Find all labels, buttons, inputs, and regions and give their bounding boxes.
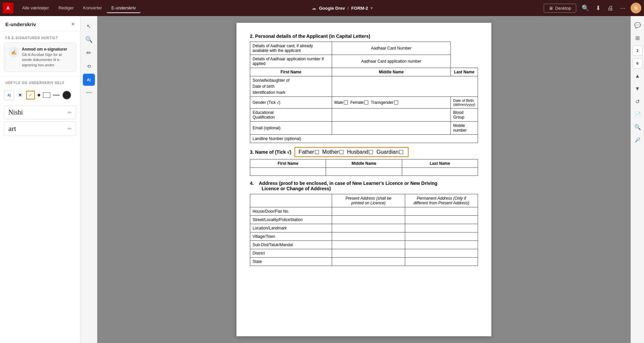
addr-row-location: Location/Landmark [250, 224, 478, 232]
text-tool-icon: A| [7, 93, 11, 97]
ln-value-cell [402, 168, 478, 176]
page-2-badge[interactable]: 2 [633, 46, 643, 56]
cta-title: Anmod om e-signaturer [22, 47, 72, 52]
aadhaar-card-label-cell: Details of Aadhaar card, if already avai… [250, 42, 332, 55]
addr-state-label: State [250, 258, 332, 266]
text-fill-tool-button[interactable]: A| [83, 74, 95, 86]
aadhaar-app-row: Details of Aadhaar application number if… [250, 55, 478, 68]
app-logo[interactable]: A [3, 3, 13, 13]
line-tool-button[interactable] [53, 95, 60, 95]
refresh-button[interactable]: ↺ [633, 96, 643, 107]
print-button[interactable]: 🖨 [606, 3, 615, 13]
present-addr-header: Present Address (shall beprinted on Lice… [332, 194, 405, 207]
landline-cell: Landline Number (optional) [250, 135, 478, 143]
blood-group-cell: Blood Group [451, 109, 478, 122]
menu-konverter[interactable]: Konverter [78, 3, 107, 13]
rect-tool-button[interactable] [43, 92, 50, 98]
section3-container: 3. Name of (Tick √) Father Mother Husban… [250, 147, 478, 176]
zoom-icon: 🔍 [85, 36, 93, 43]
select-tool-button[interactable]: ↖ [83, 20, 95, 32]
address-header-row: Present Address (shall beprinted on Lice… [250, 194, 478, 207]
addr-state-permanent [405, 258, 478, 266]
addr-subdist-present [332, 241, 405, 249]
pdf-area[interactable]: 2. Personal details of the Applicant (in… [97, 16, 631, 343]
first-name-header: First Name [250, 68, 332, 76]
grid-panel-button[interactable]: ⊞ [633, 33, 643, 43]
section4-container: 4. Address (proof to be enclosed, in cas… [250, 181, 478, 266]
addr-row-subdist: Sub-Dist/Taluk/Mandal [250, 241, 478, 249]
menu-rediger[interactable]: Rediger [54, 3, 78, 13]
zoom-out-button[interactable]: 🔎 [633, 135, 643, 145]
dropdown-arrow-icon[interactable]: ▾ [371, 6, 373, 10]
addr-empty-header [250, 194, 332, 207]
fn-value-cell [250, 168, 326, 176]
edu-qual-value-cell [332, 109, 450, 122]
addr-row-house: House/Door/Flat No. [250, 207, 478, 216]
name-table: First Name Middle Name Last Name [250, 159, 478, 176]
gender-options-cell: Male Female Transgender [332, 97, 450, 109]
monitor-icon: 🖥 [549, 6, 553, 11]
pdf-page: 2. Personal details of the Applicant (in… [236, 23, 491, 336]
section2-title: 2. Personal details of the Applicant (in… [250, 33, 478, 39]
more-button[interactable]: ··· [619, 3, 627, 13]
signature-nishi[interactable]: Nishi ✏ [4, 106, 76, 119]
aadhaar-card-number-cell: Aadhaar Card Number [332, 42, 450, 55]
name-values-row [250, 168, 478, 176]
chat-panel-button[interactable]: 💬 [633, 20, 643, 30]
x-tool-button[interactable]: ✕ [17, 92, 23, 98]
menu-alle-vaerktojer[interactable]: Alle værktøjer [17, 3, 54, 13]
cursor-icon: ↖ [87, 23, 91, 29]
annotate-tool-button[interactable]: ✏ [83, 47, 95, 59]
dob-cell: Date of Birth:(dd/mm/yyyy) [451, 97, 478, 109]
page-6-badge[interactable]: 6 [633, 58, 643, 68]
check-tool-button[interactable]: ✓ [26, 91, 35, 99]
signature-nishi-text: Nishi [8, 109, 23, 116]
signature-nishi-edit[interactable]: ✏ [68, 110, 72, 115]
mobile-cell: Mobile number [451, 122, 478, 135]
pencil-icon: ✏ [86, 49, 91, 57]
tools-row: A| ✕ ✓ [4, 90, 76, 100]
desktop-button[interactable]: 🖥 Desktop [544, 4, 576, 13]
download-button[interactable]: ⬇ [594, 3, 602, 13]
sidebar-close-button[interactable]: × [71, 21, 75, 28]
menu-e-underskriv[interactable]: E-underskriv [107, 3, 141, 13]
topbar-right: 🖥 Desktop 🔍 ⬇ 🖨 ··· N [544, 3, 641, 13]
father-option: Father [299, 149, 319, 155]
family-label-cell: Son/wife/daughter of Date of birth Ident… [250, 76, 332, 97]
gender-label-cell: Gender (Tick √) [250, 97, 332, 109]
dot-tool-button[interactable] [38, 94, 40, 96]
addr-subdist-label: Sub-Dist/Taluk/Mandal [250, 241, 332, 249]
right-panel: 💬 ⊞ 2 6 ▲ ▼ ↺ 📄 🔍 🔎 [631, 16, 644, 343]
addr-location-present [332, 224, 405, 232]
guardian-option: Guardian [376, 149, 403, 155]
addr-district-present [332, 249, 405, 258]
addr-village-present [332, 232, 405, 241]
email-mobile-row: Email (optional) Mobile number [250, 122, 478, 135]
signature-art-text: art [8, 124, 16, 133]
search-button[interactable]: 🔍 [580, 3, 590, 13]
gender-dob-row: Gender (Tick √) Male Female Transgender [250, 97, 478, 109]
scroll-down-button[interactable]: ▼ [633, 84, 643, 94]
email-cell: Email (optional) [250, 122, 332, 135]
zoom-tool-button[interactable]: 🔍 [83, 33, 95, 46]
esig-icon: ✍ [8, 47, 19, 58]
addr-street-present [332, 216, 405, 224]
aadhaar-app-label-cell: Details of Aadhaar application number if… [250, 55, 332, 68]
zoom-in-button[interactable]: 🔍 [633, 122, 643, 132]
signature-art-edit[interactable]: ✏ [68, 126, 72, 131]
draw-tool-button[interactable]: 〰 [83, 87, 95, 99]
section4-title: 4. Address (proof to be enclosed, in cas… [250, 181, 478, 191]
addr-street-label: Street/Locality/PoliceStation [250, 216, 332, 224]
color-picker-button[interactable] [62, 91, 71, 99]
section3-title: 3. Name of (Tick √) [250, 149, 291, 155]
user-avatar[interactable]: N [631, 3, 641, 13]
link-tool-button[interactable]: ⟲ [83, 60, 95, 72]
text-tool-button[interactable]: A| [4, 90, 14, 100]
document-button[interactable]: 📄 [633, 109, 643, 119]
addr-row-street: Street/Locality/PoliceStation [250, 216, 478, 224]
signature-art[interactable]: art ✏ [4, 121, 76, 136]
mn-cell: Middle Name [326, 159, 402, 168]
fill-sign-label: UDFYLD OG UNDERSKRIV SELV [0, 76, 80, 87]
middle-name-header: Middle Name [332, 68, 450, 76]
scroll-up-button[interactable]: ▲ [633, 71, 643, 81]
